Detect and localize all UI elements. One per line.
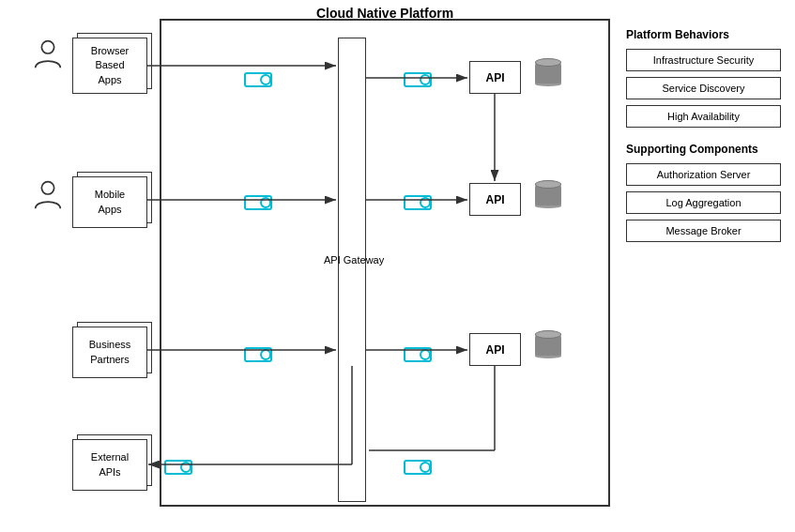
client-business-label: BusinessPartners [89,338,131,367]
client-external-label: ExternalAPIs [91,450,129,479]
api-label-1: API [485,71,504,84]
person-icon-mobile [30,176,66,215]
component-message-broker: Message Broker [626,220,781,242]
svg-point-0 [41,41,54,53]
supporting-components-title: Supporting Components [626,143,781,156]
api-box-2: API [469,183,521,216]
db-icon-1 [535,58,561,86]
component-log-aggregation: Log Aggregation [626,191,781,214]
token-icon-external-2 [404,460,432,475]
api-label-2: API [485,193,504,206]
component-authorization-server: Authorization Server [626,163,781,186]
token-icon-browser-2 [404,72,432,87]
token-icon-business-1 [244,347,272,362]
person-icon-browser [30,36,66,74]
platform-box [160,19,610,507]
gateway-bar [338,38,366,502]
behavior-high-availability: High Availability [626,105,781,128]
platform-title: Cloud Native Platform [160,6,610,21]
client-mobile-label: MobileApps [95,188,125,217]
svg-point-1 [41,182,54,194]
client-browser-label: BrowserBasedApps [91,44,129,87]
token-icon-external [164,460,192,475]
api-label-3: API [485,343,504,357]
db-icon-2 [535,180,561,208]
token-icon-browser-1 [244,72,272,87]
api-box-3: API [469,333,521,366]
db-icon-3 [535,330,561,358]
gateway-label: API Gateway [324,253,384,267]
token-icon-business-2 [404,347,432,362]
api-box-1: API [469,61,521,94]
behavior-service-discovery: Service Discovery [626,77,781,99]
diagram-container: Cloud Native Platform BrowserBasedApps M… [0,0,795,532]
token-icon-mobile-2 [404,195,432,210]
behavior-infrastructure-security: Infrastructure Security [626,49,781,71]
token-icon-mobile-1 [244,195,272,210]
right-panel: Platform Behaviors Infrastructure Securi… [626,28,781,248]
platform-behaviors-title: Platform Behaviors [626,28,781,41]
